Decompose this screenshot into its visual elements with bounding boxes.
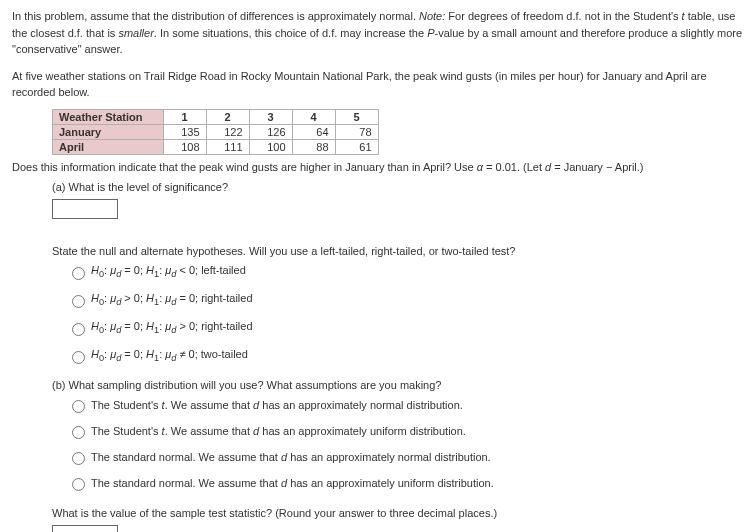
intro-note-label: Note: xyxy=(419,10,445,22)
intro-note-body3: . In some situations, this choice of d.f… xyxy=(154,27,427,39)
dist-opt-3: The standard normal. We assume that d ha… xyxy=(67,449,744,465)
main-question: Does this information indicate that the … xyxy=(12,159,744,176)
row-label-jan: January xyxy=(53,124,164,139)
cell: 126 xyxy=(249,124,292,139)
intro-text: In this problem, assume that the distrib… xyxy=(12,8,744,58)
table-row: January 135 122 126 64 78 xyxy=(53,124,379,139)
q-main-b: = 0.01. (Let xyxy=(483,161,545,173)
cell: 61 xyxy=(335,139,378,154)
q-main-c: = January − April.) xyxy=(551,161,643,173)
col-1: 1 xyxy=(163,109,206,124)
hypothesis-options: H0: μd = 0; H1: μd < 0; left-tailed H0: … xyxy=(67,263,744,365)
col-4: 4 xyxy=(292,109,335,124)
dist-options: The Student's t. We assume that d has an… xyxy=(67,397,744,491)
hyp-opt-3: H0: μd = 0; H1: μd > 0; right-tailed xyxy=(67,319,744,337)
col-3: 3 xyxy=(249,109,292,124)
hyp-opt-2: H0: μd > 0; H1: μd = 0; right-tailed xyxy=(67,291,744,309)
dist-lbl-1: The Student's t. We assume that d has an… xyxy=(91,398,463,412)
opt-h0: H xyxy=(91,264,99,276)
dist-radio-2[interactable] xyxy=(72,426,85,439)
dist-radio-3[interactable] xyxy=(72,452,85,465)
part-a-label: (a) What is the level of significance? xyxy=(52,181,744,193)
q-main-a: Does this information indicate that the … xyxy=(12,161,477,173)
test-statistic-input[interactable] xyxy=(52,525,118,532)
dist-opt-4: The standard normal. We assume that d ha… xyxy=(67,475,744,491)
cell: 64 xyxy=(292,124,335,139)
col-2: 2 xyxy=(206,109,249,124)
dist-opt-2: The Student's t. We assume that d has an… xyxy=(67,423,744,439)
dist-lbl-3: The standard normal. We assume that d ha… xyxy=(91,450,491,464)
significance-input[interactable] xyxy=(52,199,118,219)
dist-radio-1[interactable] xyxy=(72,400,85,413)
data-table: Weather Station 1 2 3 4 5 January 135 12… xyxy=(52,109,379,155)
part-b-label: (b) What sampling distribution will you … xyxy=(52,379,744,391)
part-b-stat: What is the value of the sample test sta… xyxy=(52,507,744,519)
hyp-opt-1: H0: μd = 0; H1: μd < 0; left-tailed xyxy=(67,263,744,281)
dist-opt-1: The Student's t. We assume that d has an… xyxy=(67,397,744,413)
cell: 108 xyxy=(163,139,206,154)
cell: 78 xyxy=(335,124,378,139)
hyp-radio-3[interactable] xyxy=(72,323,85,336)
dist-lbl-2: The Student's t. We assume that d has an… xyxy=(91,424,466,438)
cell: 88 xyxy=(292,139,335,154)
hyp-radio-2[interactable] xyxy=(72,295,85,308)
cell: 100 xyxy=(249,139,292,154)
table-row: April 108 111 100 88 61 xyxy=(53,139,379,154)
cell: 122 xyxy=(206,124,249,139)
table-header: Weather Station xyxy=(53,109,164,124)
intro-p1: In this problem, assume that the distrib… xyxy=(12,10,419,22)
cell: 135 xyxy=(163,124,206,139)
row-label-apr: April xyxy=(53,139,164,154)
hyp-radio-4[interactable] xyxy=(72,351,85,364)
dist-radio-4[interactable] xyxy=(72,478,85,491)
intro-note-body: For degrees of freedom d.f. not in the S… xyxy=(445,10,681,22)
dist-lbl-4: The standard normal. We assume that d ha… xyxy=(91,476,494,490)
col-5: 5 xyxy=(335,109,378,124)
part-a-state: State the null and alternate hypotheses.… xyxy=(52,245,744,257)
intro-smaller: smaller xyxy=(118,27,153,39)
context-text: At five weather stations on Trail Ridge … xyxy=(12,68,744,101)
hyp-opt-4: H0: μd = 0; H1: μd ≠ 0; two-tailed xyxy=(67,347,744,365)
hyp-radio-1[interactable] xyxy=(72,267,85,280)
cell: 111 xyxy=(206,139,249,154)
intro-pval: P xyxy=(427,27,434,39)
